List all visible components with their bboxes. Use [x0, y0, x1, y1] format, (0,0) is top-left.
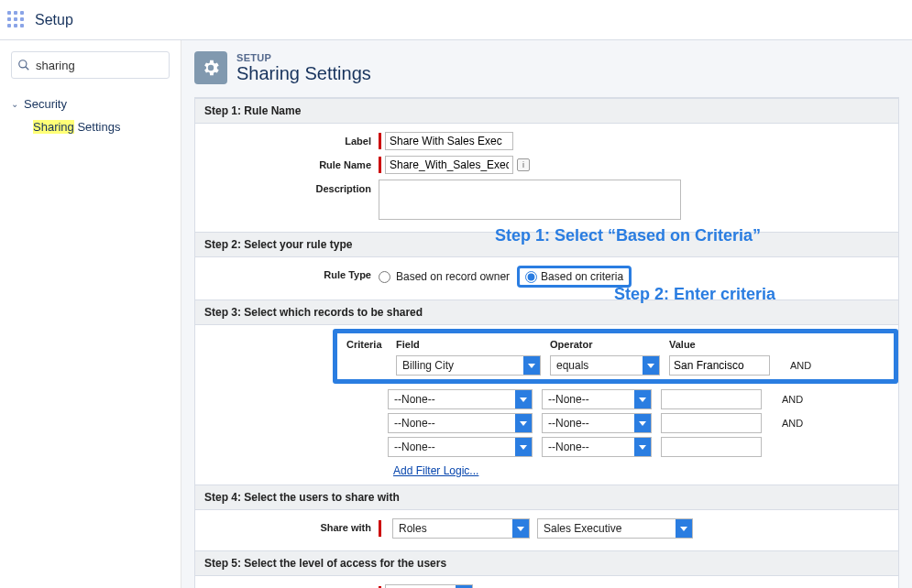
- account-access-select[interactable]: Read Only: [385, 584, 473, 588]
- criteria-label: Criteria: [341, 339, 396, 350]
- search-icon: [17, 59, 30, 71]
- sidebar-item-sharing-settings[interactable]: Sharing Settings: [11, 120, 170, 134]
- ruletype-field-label: Rule Type: [204, 266, 379, 280]
- value-input[interactable]: [661, 437, 762, 457]
- sidebar-item-label: Security: [24, 97, 67, 111]
- page-eyebrow: SETUP: [236, 52, 371, 63]
- operator-select[interactable]: --None--: [542, 437, 652, 457]
- operator-select[interactable]: --None--: [542, 389, 652, 409]
- description-field-label: Description: [204, 180, 379, 194]
- step2-header: Step 2: Select your rule type: [195, 232, 898, 257]
- rulename-input[interactable]: [385, 156, 513, 174]
- criteria-table: Criteria Field Operator Value Billing Ci…: [333, 329, 898, 477]
- col-field: Field: [396, 339, 550, 350]
- app-launcher-icon[interactable]: [7, 11, 26, 29]
- account-access-label: Default Account and Contract Access: [204, 584, 379, 588]
- quick-find-search[interactable]: [11, 51, 170, 79]
- label-input[interactable]: [385, 132, 513, 150]
- sidebar: ⌄ Security Sharing Settings: [0, 40, 181, 588]
- sidebar-item-highlight: Sharing: [33, 120, 74, 134]
- radio-owner[interactable]: [379, 271, 390, 283]
- description-textarea[interactable]: [379, 180, 681, 220]
- logic-op: AND: [771, 418, 808, 429]
- required-indicator: [379, 133, 381, 149]
- value-input[interactable]: [661, 389, 762, 409]
- sidebar-item-security[interactable]: ⌄ Security: [11, 93, 170, 114]
- operator-select[interactable]: equals: [550, 355, 660, 376]
- radio-criteria[interactable]: [525, 271, 537, 283]
- main-content: SETUP Sharing Settings Step 1: Rule Name…: [181, 40, 912, 588]
- label-field-label: Label: [204, 132, 379, 147]
- field-select[interactable]: --None--: [388, 437, 533, 457]
- col-operator: Operator: [550, 339, 669, 350]
- radio-owner-label: Based on record owner: [396, 270, 510, 283]
- share-role-select[interactable]: Sales Executive: [537, 518, 693, 539]
- required-indicator: [379, 157, 381, 173]
- add-filter-logic-link[interactable]: Add Filter Logic...: [393, 464, 478, 477]
- highlight-criteria-radio: Based on criteria: [517, 266, 632, 288]
- rulename-field-label: Rule Name: [204, 156, 379, 170]
- page-header: SETUP Sharing Settings: [194, 51, 899, 84]
- value-input[interactable]: [669, 355, 770, 376]
- criteria-row: Billing City equals AND: [341, 354, 890, 377]
- logic-op: AND: [779, 360, 816, 371]
- chevron-down-icon: ⌄: [11, 99, 20, 109]
- step3-header: Step 3: Select which records to be share…: [195, 299, 898, 325]
- share-group-select[interactable]: Roles: [392, 518, 530, 539]
- top-bar: Setup: [0, 0, 912, 40]
- svg-line-1: [26, 67, 29, 71]
- search-input[interactable]: [36, 59, 163, 72]
- sidebar-item-label-rest: Settings: [74, 120, 121, 134]
- sharewith-field-label: Share with: [204, 518, 379, 533]
- field-select[interactable]: Billing City: [396, 355, 541, 376]
- step1-header: Step 1: Rule Name: [195, 98, 898, 124]
- step5-header: Step 5: Select the level of access for t…: [195, 550, 898, 576]
- value-input[interactable]: [661, 413, 762, 433]
- rule-form: Step 1: Rule Name Label Rule Name i: [194, 97, 899, 588]
- operator-select[interactable]: --None--: [542, 413, 652, 433]
- field-select[interactable]: --None--: [388, 389, 533, 409]
- step4-header: Step 4: Select the users to share with: [195, 485, 898, 510]
- criteria-row: --None-- --None-- AND: [333, 387, 898, 411]
- app-title: Setup: [35, 12, 73, 28]
- field-select[interactable]: --None--: [388, 413, 533, 433]
- svg-point-0: [19, 60, 27, 68]
- page-title: Sharing Settings: [236, 63, 371, 84]
- logic-op: AND: [771, 394, 808, 405]
- criteria-row: --None-- --None--: [333, 435, 898, 459]
- col-value: Value: [669, 339, 779, 350]
- gear-icon: [194, 51, 227, 84]
- highlight-criteria-row: Criteria Field Operator Value Billing Ci…: [333, 329, 898, 384]
- required-indicator: [379, 520, 381, 537]
- criteria-row: --None-- --None-- AND: [333, 411, 898, 435]
- info-icon[interactable]: i: [517, 158, 530, 171]
- radio-criteria-label: Based on criteria: [541, 270, 623, 283]
